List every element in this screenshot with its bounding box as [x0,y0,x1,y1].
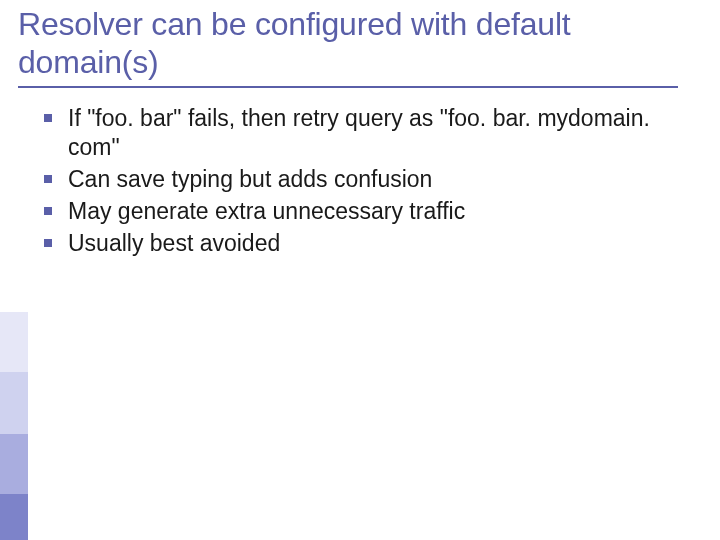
list-item: Usually best avoided [34,229,696,259]
deco-segment [0,372,28,434]
deco-segment [0,312,28,372]
list-item: Can save typing but adds confusion [34,165,696,195]
bullet-list: If "foo. bar" fails, then retry query as… [34,104,696,259]
deco-segment [0,494,28,540]
deco-segment [0,434,28,494]
side-decoration [0,312,28,540]
list-item: May generate extra unnecessary traffic [34,197,696,227]
list-item: If "foo. bar" fails, then retry query as… [34,104,696,164]
slide-title: Resolver can be configured with default … [18,6,702,82]
body-area: If "foo. bar" fails, then retry query as… [0,88,720,259]
slide: Resolver can be configured with default … [0,0,720,540]
title-block: Resolver can be configured with default … [0,0,720,88]
